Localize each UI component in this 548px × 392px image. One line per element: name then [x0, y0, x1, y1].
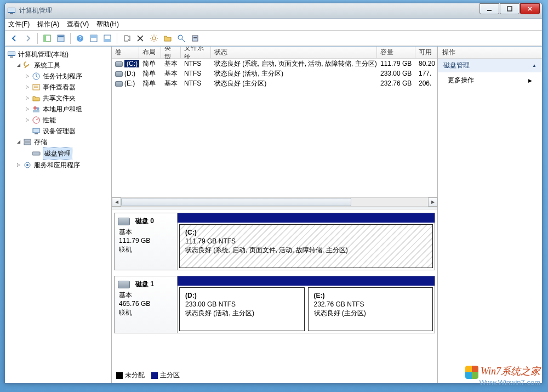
- disk-icon: [32, 149, 41, 158]
- legend-swatch-primary: [151, 372, 158, 379]
- tools-icon: [23, 61, 32, 70]
- tree-system-tools[interactable]: ◢ 系统工具: [16, 60, 110, 71]
- clock-icon: [32, 72, 41, 81]
- services-icon: [23, 161, 32, 169]
- back-button[interactable]: [8, 32, 20, 44]
- menu-view[interactable]: 查看(V): [67, 20, 89, 29]
- expand-icon[interactable]: ▷: [16, 163, 21, 168]
- tree-task-scheduler-label: 任务计划程序: [43, 71, 82, 82]
- col-filesystem[interactable]: 文件系统: [181, 47, 211, 58]
- tree-device-manager[interactable]: ▷设备管理器: [25, 126, 110, 137]
- maximize-button[interactable]: [500, 3, 520, 14]
- tree-services-label: 服务和应用程序: [34, 160, 80, 171]
- expand-icon[interactable]: ▷: [25, 85, 30, 90]
- actions-more[interactable]: 更多操作 ▶: [438, 72, 542, 88]
- drive-icon: [115, 61, 123, 67]
- collapse-icon[interactable]: ◢: [16, 63, 21, 68]
- help-button[interactable]: ?: [74, 32, 86, 44]
- refresh-button[interactable]: [121, 32, 133, 44]
- navigation-tree[interactable]: 计算机管理(本地) ◢ 系统工具 ▷任务计划程序 ▷事件查看器: [5, 47, 112, 383]
- col-status[interactable]: 状态: [211, 47, 377, 58]
- svg-rect-1: [8, 8, 15, 12]
- tree-local-users[interactable]: ▷本地用户和组: [25, 104, 110, 115]
- svg-rect-30: [24, 139, 31, 141]
- tree-device-manager-label: 设备管理器: [43, 126, 76, 137]
- scroll-right-button[interactable]: ▶: [428, 197, 437, 207]
- svg-rect-4: [507, 7, 512, 11]
- col-free[interactable]: 可用: [415, 47, 437, 58]
- storage-icon: [23, 138, 32, 146]
- col-layout[interactable]: 布局: [139, 47, 161, 58]
- actions-header: 操作: [438, 47, 542, 59]
- volume-row[interactable]: (D:)简单基本NTFS状态良好 (活动, 主分区)233.00 GB177.: [112, 69, 437, 78]
- actions-more-label: 更多操作: [448, 76, 474, 85]
- volume-row[interactable]: (C:)简单基本NTFS状态良好 (系统, 启动, 页面文件, 活动, 故障转储…: [112, 59, 437, 69]
- computer-icon: [7, 50, 16, 59]
- actions-pane: 操作 磁盘管理 ▲ 更多操作 ▶: [438, 47, 542, 383]
- forward-button[interactable]: [22, 32, 34, 44]
- partition[interactable]: (D:)233.00 GB NTFS状态良好 (活动, 主分区): [179, 287, 305, 331]
- open-button[interactable]: [162, 32, 174, 44]
- disk-row[interactable]: 磁盘 1基本465.76 GB联机(D:)233.00 GB NTFS状态良好 …: [114, 276, 435, 333]
- legend: 未分配 主分区: [114, 368, 182, 382]
- disk-header: 磁盘 1基本465.76 GB联机: [115, 276, 178, 333]
- scroll-thumb[interactable]: [121, 198, 351, 206]
- svg-rect-20: [8, 52, 15, 55]
- actions-section-label: 磁盘管理: [443, 61, 470, 70]
- misc-button[interactable]: [189, 32, 201, 44]
- tree-shared-folders[interactable]: ▷共享文件夹: [25, 93, 110, 104]
- col-volume[interactable]: 卷: [112, 47, 139, 58]
- menu-action[interactable]: 操作(A): [37, 20, 59, 29]
- app-icon: [7, 7, 16, 15]
- svg-text:?: ?: [78, 36, 82, 42]
- settings-button[interactable]: [148, 32, 160, 44]
- menu-help[interactable]: 帮助(H): [96, 20, 119, 29]
- show-hide-tree-button[interactable]: [41, 32, 53, 44]
- collapse-icon: ▲: [532, 63, 536, 68]
- tree-storage[interactable]: ◢ 存储: [16, 137, 110, 147]
- collapse-icon[interactable]: ◢: [16, 140, 21, 145]
- delete-button[interactable]: [134, 32, 146, 44]
- minimize-button[interactable]: [480, 3, 499, 14]
- expand-icon[interactable]: ▷: [25, 118, 30, 123]
- disk-icon: [118, 218, 130, 225]
- partition[interactable]: (E:)232.76 GB NTFS状态良好 (主分区): [308, 287, 433, 331]
- expand-icon[interactable]: ▷: [25, 96, 30, 101]
- tree-root[interactable]: 计算机管理(本地): [7, 49, 110, 60]
- properties-button[interactable]: [55, 32, 67, 44]
- disk-row[interactable]: 磁盘 0基本111.79 GB联机(C:)111.79 GB NTFS状态良好 …: [114, 213, 435, 270]
- tree-event-viewer-label: 事件查看器: [43, 82, 76, 93]
- disk-icon: [118, 281, 130, 288]
- tree-task-scheduler[interactable]: ▷任务计划程序: [25, 71, 110, 82]
- svg-rect-26: [33, 110, 39, 112]
- tree-disk-management[interactable]: ▷磁盘管理: [25, 147, 110, 160]
- tree-storage-label: 存储: [34, 137, 47, 147]
- titlebar: 计算机管理: [5, 3, 542, 19]
- tree-services[interactable]: ▷ 服务和应用程序: [16, 160, 110, 171]
- tree-performance[interactable]: ▷性能: [25, 115, 110, 126]
- svg-rect-21: [10, 56, 13, 58]
- horizontal-scrollbar[interactable]: ◀ ▶: [112, 197, 437, 207]
- view-bottom-button[interactable]: [101, 32, 113, 44]
- view-top-button[interactable]: [88, 32, 100, 44]
- legend-unallocated: 未分配: [125, 371, 145, 379]
- expand-icon[interactable]: ▷: [25, 74, 30, 79]
- svg-rect-32: [32, 152, 40, 155]
- col-type[interactable]: 类型: [161, 47, 181, 58]
- actions-section[interactable]: 磁盘管理 ▲: [438, 59, 542, 72]
- expand-icon[interactable]: ▷: [25, 107, 30, 112]
- volume-list[interactable]: 卷 布局 类型 文件系统 状态 容量 可用 (C:)简单基本NTFS状态良好 (…: [112, 47, 437, 207]
- scroll-track[interactable]: [121, 197, 428, 207]
- find-button[interactable]: [175, 32, 187, 44]
- tree-event-viewer[interactable]: ▷事件查看器: [25, 82, 110, 93]
- partition[interactable]: (C:)111.79 GB NTFS状态良好 (系统, 启动, 页面文件, 活动…: [179, 224, 433, 268]
- disk-graphic-view[interactable]: 磁盘 0基本111.79 GB联机(C:)111.79 GB NTFS状态良好 …: [112, 209, 437, 383]
- scroll-left-button[interactable]: ◀: [112, 197, 121, 207]
- chevron-right-icon: ▶: [528, 78, 532, 83]
- svg-rect-2: [10, 13, 13, 14]
- svg-rect-3: [487, 10, 492, 11]
- close-button[interactable]: [520, 3, 540, 14]
- col-capacity[interactable]: 容量: [377, 47, 415, 58]
- volume-row[interactable]: (E:)简单基本NTFS状态良好 (主分区)232.76 GB206.: [112, 78, 437, 88]
- menu-file[interactable]: 文件(F): [8, 20, 30, 29]
